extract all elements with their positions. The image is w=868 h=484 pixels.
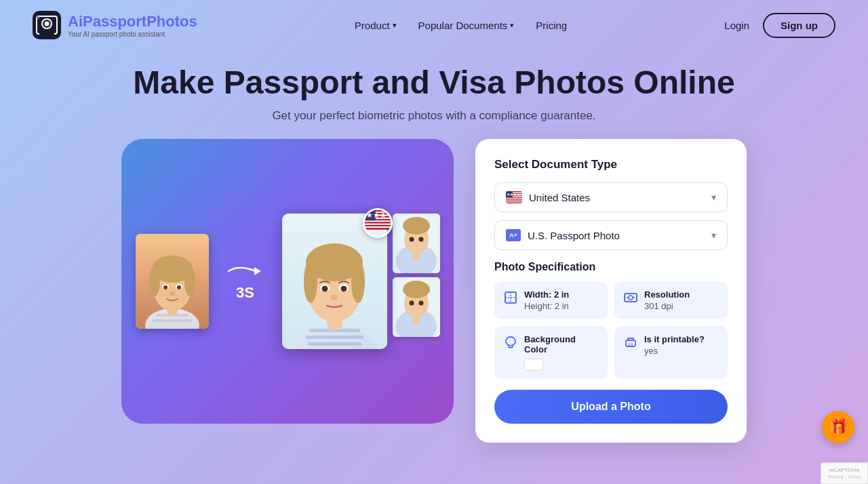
resolution-label: Resolution [644, 289, 690, 300]
svg-point-65 [418, 301, 423, 306]
svg-rect-44 [365, 220, 391, 222]
svg-point-58 [418, 237, 423, 242]
spec-grid: Width: 2 in Height: 2 in Resolution 30 [494, 281, 728, 379]
page-title: Make Passport and Visa Photos Online [0, 64, 868, 101]
country-value: United States [529, 192, 590, 203]
chevron-down-icon: ▾ [711, 230, 716, 241]
chevron-down-icon: ▾ [510, 21, 514, 30]
svg-rect-78 [625, 294, 637, 302]
svg-point-4 [45, 22, 50, 26]
svg-point-34 [340, 286, 347, 292]
country-select[interactable]: ★★★★★★ United States ▾ [494, 182, 728, 212]
svg-rect-25 [308, 342, 361, 346]
svg-marker-20 [254, 267, 261, 275]
form-section-title: Select Document Type [494, 158, 728, 172]
spec-dimensions: Width: 2 in Height: 2 in [494, 281, 608, 319]
country-select-wrapper[interactable]: ★★★★★★ United States ▾ [494, 182, 728, 212]
country-flag-badge: ★★★ [363, 208, 393, 238]
resolution-value: 301 dpi [644, 301, 690, 311]
svg-point-29 [351, 260, 365, 303]
logo[interactable]: AiPassportPhotos Your AI passport photo … [33, 11, 197, 39]
document-value: U.S. Passport Photo [528, 230, 620, 241]
svg-rect-70 [506, 198, 522, 199]
svg-point-63 [403, 281, 430, 298]
svg-rect-47 [365, 225, 391, 226]
svg-point-56 [403, 217, 430, 235]
svg-point-13 [184, 266, 195, 296]
page-subtitle: Get your perfect biometric photos with a… [0, 109, 868, 123]
chevron-down-icon: ▾ [711, 192, 716, 203]
document-type-panel: Select Document Type [475, 139, 747, 443]
resolution-icon [624, 291, 637, 308]
svg-point-64 [409, 301, 414, 306]
svg-rect-46 [365, 224, 391, 225]
logo-name: AiPassportPhotos [68, 13, 197, 31]
upload-button[interactable]: Upload a Photo [494, 390, 728, 424]
printable-value: yes [644, 346, 705, 356]
signup-button[interactable]: Sign up [763, 13, 835, 38]
spec-printable: Is it printable? yes [614, 326, 728, 379]
nav-pricing[interactable]: Pricing [536, 20, 567, 31]
color-icon [504, 336, 517, 352]
country-flag-icon: ★★★★★★ [506, 191, 522, 203]
gift-badge[interactable]: 🎁 [822, 411, 854, 443]
svg-rect-71 [506, 200, 522, 201]
spec-section-title: Photo Specification [494, 261, 728, 273]
recaptcha-badge: reCAPTCHA Privacy - Terms [821, 462, 868, 484]
svg-text:★★★★★★: ★★★★★★ [507, 193, 523, 197]
svg-point-79 [629, 296, 633, 300]
nav-product[interactable]: Product ▾ [355, 20, 397, 31]
timer-label: 3S [236, 284, 254, 302]
print-icon [624, 336, 637, 352]
svg-point-19 [170, 291, 175, 296]
svg-point-57 [409, 237, 414, 242]
svg-rect-49 [365, 228, 391, 229]
document-type-icon: A= [506, 229, 521, 241]
svg-rect-45 [365, 222, 391, 224]
svg-text:★★★: ★★★ [366, 211, 386, 219]
svg-point-35 [331, 295, 338, 300]
photo-thumbnails [393, 214, 440, 349]
chevron-down-icon: ▾ [393, 21, 397, 30]
dimensions-icon [504, 291, 517, 308]
svg-rect-48 [365, 226, 391, 228]
photo-demo-card: 3S [121, 139, 454, 424]
svg-point-33 [321, 286, 328, 292]
svg-rect-83 [628, 343, 633, 346]
svg-point-5 [37, 16, 39, 19]
login-button[interactable]: Login [724, 20, 749, 31]
process-arrow [225, 261, 266, 281]
svg-rect-9 [153, 319, 192, 322]
printable-label: Is it printable? [644, 334, 705, 344]
bg-color-label: Background Color [524, 334, 598, 355]
document-select[interactable]: A= U.S. Passport Photo ▾ [494, 220, 728, 250]
svg-rect-24 [306, 336, 363, 339]
height-label: Height: 2 in [524, 301, 569, 311]
svg-point-17 [163, 285, 167, 289]
svg-point-18 [177, 285, 181, 289]
color-swatch[interactable] [524, 359, 543, 371]
spec-resolution: Resolution 301 dpi [614, 281, 728, 319]
svg-point-14 [149, 266, 160, 296]
svg-point-30 [304, 260, 317, 303]
svg-rect-72 [506, 201, 522, 202]
document-select-wrapper[interactable]: A= U.S. Passport Photo ▾ [494, 220, 728, 250]
nav-popular-docs[interactable]: Popular Documents ▾ [418, 20, 515, 31]
spec-background-color: Background Color [494, 326, 608, 379]
before-photo [136, 234, 209, 329]
svg-point-3 [39, 29, 54, 39]
width-label: Width: 2 in [524, 289, 569, 300]
logo-tagline: Your AI passport photo assistant. [68, 31, 197, 38]
logo-icon [33, 11, 61, 39]
